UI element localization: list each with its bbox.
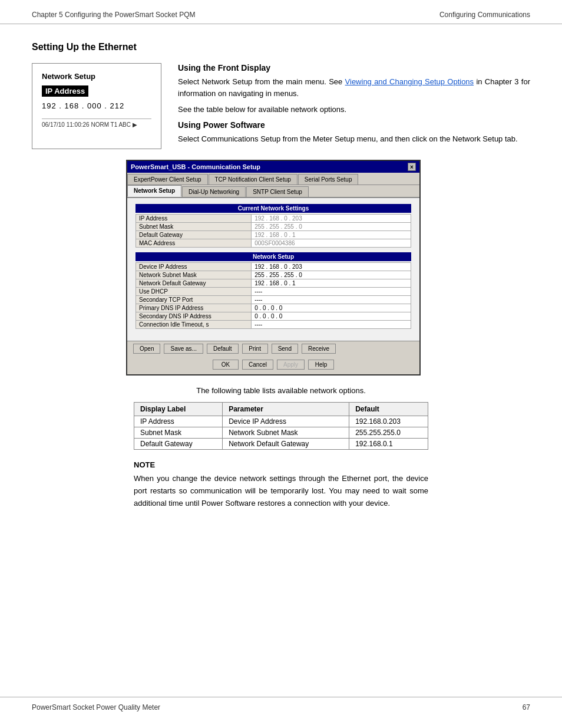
ns-device-ip-label: Device IP Address xyxy=(136,263,252,271)
print-button[interactable]: Print xyxy=(242,344,268,354)
network-options-table: Display Label Parameter Default IP Addre… xyxy=(134,402,428,450)
cn-mac-label: MAC Address xyxy=(136,239,252,248)
cn-subnet-value: 255 . 255 . 255 . 0 xyxy=(252,223,411,231)
receive-button[interactable]: Receive xyxy=(302,344,336,354)
row-subnet-default: 255.255.255.0 xyxy=(349,427,428,439)
content-row-top: Network Setup IP Address 192 . 168 . 000… xyxy=(32,63,530,149)
col-header-parameter: Parameter xyxy=(223,403,349,416)
lcd-ip-address-label: IP Address xyxy=(42,85,88,97)
table-row: IP Address 192 . 168 . 0 . 203 xyxy=(136,215,411,223)
ns-idle-timeout-label: Connection Idle Timeout, s xyxy=(136,321,252,329)
front-display-para2: See the table below for available networ… xyxy=(178,104,530,116)
front-display-para1: Select Network Setup from the main menu.… xyxy=(178,76,530,99)
lcd-display-box: Network Setup IP Address 192 . 168 . 000… xyxy=(32,63,161,149)
cn-subnet-label: Subnet Mask xyxy=(136,223,252,231)
table-row: IP Address Device IP Address 192.168.0.2… xyxy=(134,416,428,427)
ns-dhcp-input[interactable]: ---- xyxy=(252,288,411,296)
row-gateway-param: Network Default Gateway xyxy=(223,439,349,450)
row-gateway-default: 192.168.0.1 xyxy=(349,439,428,450)
following-table-text: The following table lists available netw… xyxy=(32,386,530,395)
dialog-ok-row: OK Cancel Apply Help xyxy=(127,357,419,374)
viewing-changing-link[interactable]: Viewing and Changing Setup Options xyxy=(345,77,474,86)
ns-secondary-dns-input[interactable]: 0 . 0 . 0 . 0 xyxy=(252,312,411,321)
ns-gateway-label: Network Default Gateway xyxy=(136,279,252,288)
col-header-display-label: Display Label xyxy=(134,403,223,416)
page-header: Chapter 5 Configuring the PowerSmart Soc… xyxy=(0,0,562,24)
row-ip-default: 192.168.0.203 xyxy=(349,416,428,427)
dialog-title: PowerSmart_USB - Communication Setup xyxy=(131,163,260,170)
table-row: MAC Address 000SF0004386 xyxy=(136,239,411,248)
table-row: Default Gateway Network Default Gateway … xyxy=(134,439,428,450)
table-row: Subnet Mask 255 . 255 . 255 . 0 xyxy=(136,223,411,231)
power-software-subtitle: Using Power Software xyxy=(178,120,530,130)
ns-idle-timeout-input[interactable]: ---- xyxy=(252,321,411,329)
main-content: Setting Up the Ethernet Network Setup IP… xyxy=(0,24,562,556)
tab-dialup-networking[interactable]: Dial-Up Networking xyxy=(182,186,246,197)
dialog-bottom-buttons: Open Save as... Default Print Send Recei… xyxy=(127,341,419,357)
cn-ip-value: 192 . 168 . 0 . 203 xyxy=(252,215,411,223)
dialog-titlebar: PowerSmart_USB - Communication Setup × xyxy=(127,161,419,173)
ns-primary-dns-input[interactable]: 0 . 0 . 0 . 0 xyxy=(252,304,411,312)
dialog-close-button[interactable]: × xyxy=(408,163,416,171)
table-row: Subnet Mask Network Subnet Mask 255.255.… xyxy=(134,427,428,439)
tab-serial-ports-setup[interactable]: Serial Ports Setup xyxy=(298,174,359,185)
ns-gateway-input[interactable]: 192 . 168 . 0 . 1 xyxy=(252,279,411,288)
section-title: Setting Up the Ethernet xyxy=(32,42,530,52)
ns-device-ip-input[interactable]: 192 . 168 . 0 . 203 xyxy=(252,263,411,271)
default-button[interactable]: Default xyxy=(207,344,239,354)
help-button[interactable]: Help xyxy=(308,360,334,370)
power-software-para1: Select Communications Setup from the Met… xyxy=(178,133,530,145)
ns-tcp-port-input[interactable]: ---- xyxy=(252,296,411,304)
table-row: Use DHCP ---- xyxy=(136,288,411,296)
tab-network-setup[interactable]: Network Setup xyxy=(127,185,181,197)
dialog-body: Current Network Settings IP Address 192 … xyxy=(127,198,419,341)
table-row: Secondary TCP Port ---- xyxy=(136,296,411,304)
dialog-container: PowerSmart_USB - Communication Setup × E… xyxy=(126,160,530,375)
ns-subnet-input[interactable]: 255 . 255 . 255 . 0 xyxy=(252,271,411,279)
apply-button[interactable]: Apply xyxy=(277,360,305,370)
table-row: Network Subnet Mask 255 . 255 . 255 . 0 xyxy=(136,271,411,279)
communication-setup-dialog: PowerSmart_USB - Communication Setup × E… xyxy=(126,160,421,375)
note-title: NOTE xyxy=(134,460,428,469)
lcd-network-setup-label: Network Setup xyxy=(42,72,151,81)
footer-right: 67 xyxy=(523,703,530,711)
tab-sntp-client-setup[interactable]: SNTP Client Setup xyxy=(246,186,309,197)
header-right: Configuring Communications xyxy=(439,11,530,19)
row-ip-display: IP Address xyxy=(134,416,223,427)
ns-tcp-port-label: Secondary TCP Port xyxy=(136,296,252,304)
network-setup-label: Network Setup xyxy=(135,252,411,261)
front-display-subtitle: Using the Front Display xyxy=(178,63,530,73)
row-gateway-display: Default Gateway xyxy=(134,439,223,450)
table-row: Secondary DNS IP Address 0 . 0 . 0 . 0 xyxy=(136,312,411,321)
cn-gateway-value: 192 . 168 . 0 . 1 xyxy=(252,231,411,239)
current-network-table: IP Address 192 . 168 . 0 . 203 Subnet Ma… xyxy=(135,214,411,248)
tab-expertpower-client-setup[interactable]: ExpertPower Client Setup xyxy=(127,174,208,185)
footer-left: PowerSmart Socket Power Quality Meter xyxy=(32,703,160,711)
save-as-button[interactable]: Save as... xyxy=(164,344,203,354)
ns-primary-dns-label: Primary DNS IP Address xyxy=(136,304,252,312)
send-button[interactable]: Send xyxy=(272,344,298,354)
open-button[interactable]: Open xyxy=(133,344,160,354)
note-text: When you change the device network setti… xyxy=(134,473,428,509)
lcd-ip-value: 192 . 168 . 000 . 212 xyxy=(42,101,151,110)
ns-dhcp-label: Use DHCP xyxy=(136,288,252,296)
table-row: Network Default Gateway 192 . 168 . 0 . … xyxy=(136,279,411,288)
cn-mac-value: 000SF0004386 xyxy=(252,239,411,248)
table-row: Default Gateway 192 . 168 . 0 . 1 xyxy=(136,231,411,239)
note-box: NOTE When you change the device network … xyxy=(134,460,428,509)
table-header-row: Display Label Parameter Default xyxy=(134,403,428,416)
network-setup-table: Device IP Address 192 . 168 . 0 . 203 Ne… xyxy=(135,262,411,329)
row-subnet-display: Subnet Mask xyxy=(134,427,223,439)
cn-gateway-label: Default Gateway xyxy=(136,231,252,239)
table-row: Primary DNS IP Address 0 . 0 . 0 . 0 xyxy=(136,304,411,312)
table-row: Connection Idle Timeout, s ---- xyxy=(136,321,411,329)
ok-button[interactable]: OK xyxy=(213,360,239,370)
cn-ip-label: IP Address xyxy=(136,215,252,223)
ns-subnet-label: Network Subnet Mask xyxy=(136,271,252,279)
cancel-button[interactable]: Cancel xyxy=(242,360,273,370)
row-ip-param: Device IP Address xyxy=(223,416,349,427)
right-text-block: Using the Front Display Select Network S… xyxy=(178,63,530,149)
col-header-default: Default xyxy=(349,403,428,416)
header-left: Chapter 5 Configuring the PowerSmart Soc… xyxy=(32,11,195,19)
tab-tcp-notification[interactable]: TCP Notification Client Setup xyxy=(209,174,297,185)
